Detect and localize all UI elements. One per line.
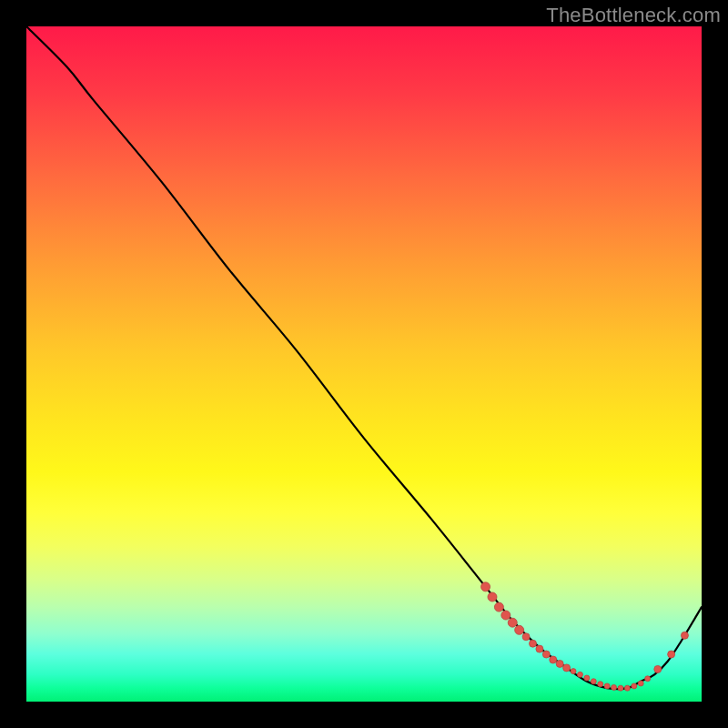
plot-area bbox=[26, 26, 702, 702]
curve-marker bbox=[515, 625, 524, 634]
watermark-text: TheBottleneck.com bbox=[546, 4, 721, 27]
chart-frame: TheBottleneck.com bbox=[0, 0, 728, 728]
curve-marker bbox=[508, 618, 517, 627]
curve-marker bbox=[522, 633, 530, 641]
curve-marker bbox=[577, 672, 582, 677]
curve-marker bbox=[604, 683, 610, 689]
curve-marker bbox=[501, 611, 511, 620]
curve-marker bbox=[612, 684, 617, 690]
curve-marker bbox=[536, 645, 543, 652]
curve-marker bbox=[638, 681, 643, 686]
curve-marker bbox=[645, 676, 651, 682]
curve-markers bbox=[481, 582, 689, 691]
curve-marker bbox=[563, 664, 571, 672]
curve-marker bbox=[591, 679, 596, 684]
curve-marker bbox=[618, 685, 623, 691]
curve-marker bbox=[530, 640, 537, 647]
curve-marker bbox=[584, 675, 590, 681]
curve-marker bbox=[598, 682, 603, 687]
bottleneck-curve-svg bbox=[26, 26, 702, 702]
curve-marker bbox=[556, 660, 563, 667]
curve-marker bbox=[550, 656, 557, 663]
bottleneck-curve bbox=[26, 26, 702, 689]
curve-marker bbox=[681, 632, 688, 639]
curve-marker bbox=[668, 651, 675, 658]
curve-marker bbox=[542, 651, 550, 658]
curve-marker bbox=[654, 665, 662, 672]
curve-marker bbox=[488, 592, 497, 602]
curve-marker bbox=[494, 602, 503, 612]
curve-marker bbox=[624, 685, 630, 691]
curve-marker bbox=[571, 669, 576, 674]
curve-marker bbox=[632, 683, 637, 689]
curve-marker bbox=[481, 582, 490, 592]
